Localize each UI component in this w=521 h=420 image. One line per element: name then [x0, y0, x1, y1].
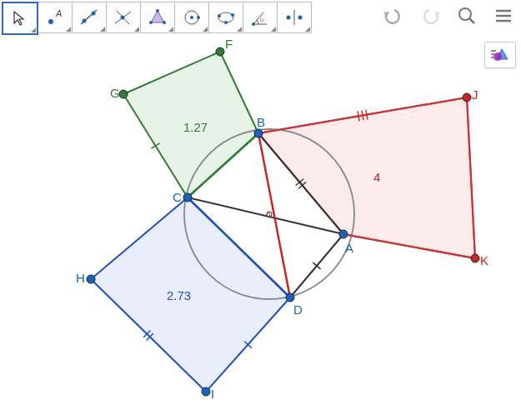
circle-3pt-tool[interactable]: [208, 2, 243, 33]
right-controls: [381, 3, 516, 28]
point-I[interactable]: [202, 388, 210, 396]
svg-point-0: [48, 19, 53, 24]
style-icon: [489, 47, 511, 63]
point-F[interactable]: [216, 48, 224, 56]
toolbar: A o: [2, 2, 311, 35]
label-F: F: [225, 37, 233, 51]
label-B: B: [257, 115, 265, 129]
point-a-icon: A: [46, 8, 64, 27]
label-C: C: [173, 190, 182, 204]
reflect-icon: [284, 8, 304, 28]
red-side-label: 4: [373, 170, 380, 184]
undo-button[interactable]: [381, 3, 406, 28]
svg-point-7: [121, 16, 125, 20]
geometry-canvas[interactable]: oABCDFGHIJK1.272.734: [0, 0, 521, 420]
point-H[interactable]: [87, 275, 95, 283]
green-area-label: 1.27: [183, 120, 208, 134]
menu-button[interactable]: [491, 3, 516, 28]
reflect-tool[interactable]: [277, 2, 312, 33]
point-D[interactable]: [286, 293, 294, 302]
svg-point-30: [493, 52, 502, 61]
label-H: H: [76, 271, 85, 285]
angle-icon: o: [250, 8, 270, 28]
polygon-icon: [148, 8, 168, 28]
svg-text:o: o: [260, 17, 263, 22]
perpendicular-icon: [113, 7, 134, 28]
cursor-icon: [12, 10, 28, 27]
label-G: G: [110, 86, 120, 100]
point-B[interactable]: [254, 129, 263, 138]
svg-point-22: [287, 16, 291, 20]
svg-text:A: A: [55, 8, 62, 18]
svg-point-23: [298, 16, 303, 20]
point-tool[interactable]: A: [38, 2, 73, 33]
search-icon: [457, 6, 477, 26]
label-J: J: [472, 88, 478, 102]
line-tool[interactable]: [72, 2, 107, 33]
search-button[interactable]: [454, 3, 479, 28]
svg-point-3: [83, 19, 87, 23]
style-panel-button[interactable]: [484, 42, 516, 68]
circle-center-tool[interactable]: [174, 2, 209, 33]
point-K[interactable]: [471, 254, 479, 262]
point-A[interactable]: [339, 230, 348, 238]
svg-point-17: [224, 21, 228, 24]
svg-marker-8: [151, 11, 164, 22]
redo-button[interactable]: [418, 3, 443, 28]
point-G[interactable]: [119, 90, 128, 98]
point-C[interactable]: [183, 193, 192, 202]
svg-point-11: [149, 21, 153, 24]
svg-point-19: [252, 22, 255, 26]
center-label: o: [266, 210, 271, 219]
svg-point-18: [231, 13, 234, 17]
blue-area-label: 2.73: [167, 288, 191, 302]
ellipse-icon: [216, 8, 236, 28]
label-A: A: [345, 241, 353, 255]
svg-point-9: [156, 9, 159, 12]
line-icon: [78, 7, 100, 28]
svg-point-14: [197, 16, 200, 19]
menu-icon: [493, 6, 513, 26]
move-tool[interactable]: [2, 2, 38, 35]
svg-point-13: [190, 16, 193, 19]
point-J[interactable]: [463, 93, 471, 102]
undo-icon: [383, 7, 404, 25]
svg-point-16: [218, 14, 221, 18]
perpendicular-tool[interactable]: [106, 2, 141, 33]
svg-point-10: [163, 21, 166, 24]
svg-point-24: [459, 8, 471, 20]
label-D: D: [293, 302, 303, 317]
svg-point-4: [92, 12, 96, 16]
angle-tool[interactable]: o: [243, 2, 278, 33]
red-square[interactable]: [258, 98, 475, 258]
redo-icon: [419, 7, 441, 25]
circle-center-icon: [182, 8, 202, 28]
polygon-tool[interactable]: [140, 2, 175, 33]
svg-line-25: [469, 18, 474, 23]
label-K: K: [480, 253, 488, 268]
label-I: I: [211, 387, 214, 401]
